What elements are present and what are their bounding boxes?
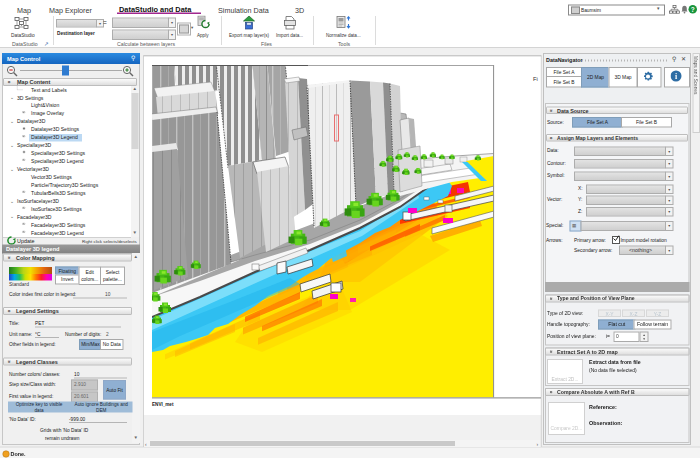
svg-text:ENVI_met: ENVI_met [152, 402, 174, 407]
svg-text:Fi: Fi [533, 76, 538, 82]
